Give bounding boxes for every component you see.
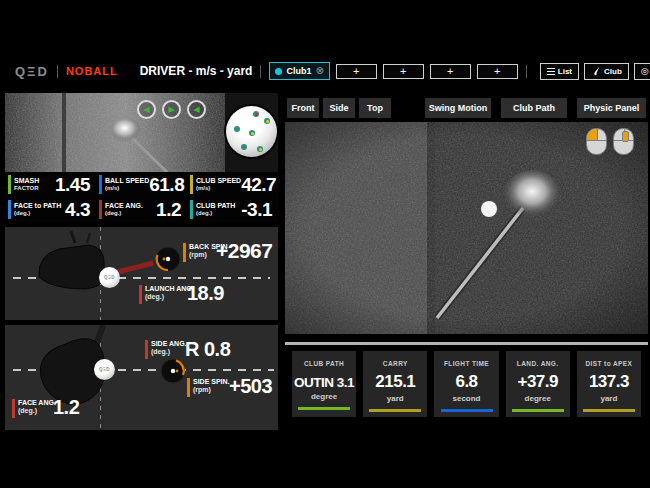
- card-unit: degree: [506, 394, 570, 403]
- side-angle-value: R 0.8: [185, 338, 230, 361]
- impact-stats-grid: SMASHFACTOR 1.45 BALL SPEED(m/s) 61.8 CL…: [5, 172, 278, 222]
- tab-side[interactable]: Side: [323, 98, 355, 118]
- ball-marker-dot: [264, 118, 270, 124]
- swing-video-viewport[interactable]: [285, 122, 648, 334]
- setting-button[interactable]: ◎ Setting: [634, 63, 650, 80]
- card-label: CLUB PATH: [292, 360, 356, 367]
- card-value: 137.3: [577, 372, 641, 392]
- tab-club-path[interactable]: Club Path: [501, 98, 567, 118]
- step-back-button[interactable]: ◀: [137, 100, 156, 119]
- tab-front[interactable]: Front: [287, 98, 319, 118]
- side-spin-value: +503: [229, 375, 272, 398]
- stat-color-bar: [8, 200, 11, 219]
- stat-label: SMASH: [14, 177, 39, 185]
- add-club-tab-button-2[interactable]: +: [383, 64, 424, 79]
- golf-ball: QΞD: [99, 267, 120, 288]
- metric-label: FACE ANG.: [18, 399, 56, 407]
- stat-value: -3.1: [235, 199, 278, 221]
- card-club-path: CLUB PATH OUTIN 3.1 degree: [292, 351, 356, 417]
- metric-unit: (deg.): [151, 348, 187, 356]
- stat-color-bar: [190, 175, 193, 194]
- divider: [57, 65, 58, 78]
- left-click-mouse-icon: [586, 128, 607, 155]
- card-value: +37.9: [506, 372, 570, 392]
- club-button-label: Club: [604, 67, 622, 76]
- replay-controls: ◀ ▶ ◀: [137, 100, 206, 119]
- stat-color-bar: [99, 200, 102, 219]
- impact-panel: ◀ ▶ ◀ SMASHFACTOR 1.45 B: [5, 93, 278, 222]
- stat-label: CLUB PATH: [196, 202, 235, 210]
- stat-label: FACE ANG.: [105, 202, 143, 210]
- metric-color-bar: [145, 340, 148, 359]
- app-window: QΞD NOBALL DRIVER - m/s - yard Club1 ⊗ +…: [0, 0, 650, 488]
- card-unit: degree: [292, 392, 356, 401]
- stat-sublabel: (deg.): [105, 210, 143, 217]
- close-icon[interactable]: ⊗: [315, 66, 323, 76]
- stat-value: 42.7: [241, 174, 278, 196]
- side-spin-label: SIDE SPIN.(rpm): [187, 378, 230, 397]
- stat-color-bar: [190, 200, 193, 219]
- top-bar: QΞD NOBALL DRIVER - m/s - yard Club1 ⊗ +…: [0, 58, 650, 84]
- card-unit: second: [434, 394, 498, 403]
- qed-logo: QΞD: [15, 64, 49, 79]
- tab-top[interactable]: Top: [359, 98, 391, 118]
- add-club-tab-button-3[interactable]: +: [430, 64, 471, 79]
- ball-closeup-view: [225, 93, 278, 172]
- card-label: DIST to APEX: [577, 360, 641, 367]
- stat-sublabel: (m/s): [196, 185, 241, 192]
- back-spin-icon: [155, 246, 181, 272]
- step-forward-button[interactable]: ◀: [187, 100, 206, 119]
- divider: [260, 65, 261, 78]
- back-spin-value: +2967: [216, 239, 272, 263]
- tab-club1[interactable]: Club1 ⊗: [269, 62, 329, 80]
- metric-unit: (rpm): [193, 386, 230, 394]
- side-spin-icon: [160, 358, 186, 384]
- metric-color-bar: [183, 243, 186, 262]
- tab-swing-motion[interactable]: Swing Motion: [425, 98, 491, 118]
- stat-club-speed: CLUB SPEED(m/s) 42.7: [187, 172, 278, 197]
- driver-side-silhouette: [35, 231, 107, 293]
- stat-value: 1.2: [143, 199, 187, 221]
- card-value: 215.1: [363, 372, 427, 392]
- metric-color-bar: [12, 399, 15, 418]
- card-landing-angle: LAND. ANG. +37.9 degree: [506, 351, 570, 417]
- list-button[interactable]: List: [540, 63, 579, 80]
- stat-color-bar: [8, 175, 11, 194]
- card-dist-to-apex: DIST to APEX 137.3 yard: [577, 351, 641, 417]
- stat-value: 4.3: [61, 199, 96, 221]
- noball-status: NOBALL: [66, 65, 118, 77]
- card-color-bar: [298, 407, 350, 410]
- card-value: 6.8: [434, 372, 498, 392]
- club-tab-label: Club1: [286, 66, 311, 76]
- stat-smash-factor: SMASHFACTOR 1.45: [5, 172, 96, 197]
- stat-label: BALL SPEED: [105, 177, 149, 185]
- card-label: CARRY: [363, 360, 427, 367]
- side-view-panel: QΞD BACK SPIN(rpm) +2967 LAUNCH ANG.(deg…: [5, 227, 278, 320]
- list-button-label: List: [558, 67, 572, 76]
- metric-unit: (deg.): [18, 407, 56, 415]
- card-label: LAND. ANG.: [506, 360, 570, 367]
- stat-club-path: CLUB PATH(deg.) -3.1: [187, 197, 278, 222]
- metric-color-bar: [187, 378, 190, 397]
- club-button[interactable]: Club: [584, 63, 629, 80]
- divider: [526, 65, 527, 78]
- tab-physic-panel[interactable]: Physic Panel: [577, 98, 646, 118]
- section-divider: [285, 342, 648, 345]
- metric-label: SIDE SPIN.: [193, 378, 230, 386]
- card-color-bar: [441, 409, 493, 412]
- launch-angle-value: 18.9: [187, 282, 224, 305]
- session-title: DRIVER - m/s - yard: [140, 64, 253, 78]
- top-view-panel: QΞD SIDE ANG.(deg.) R 0.8 SIDE SPIN.(rpm…: [5, 325, 278, 430]
- play-button[interactable]: ▶: [162, 100, 181, 119]
- stat-value: 61.8: [149, 174, 187, 196]
- add-club-tab-button-1[interactable]: +: [336, 64, 377, 79]
- card-color-bar: [512, 409, 564, 412]
- face-angle-value: 1.2: [53, 396, 79, 419]
- ball-marker-dot: [234, 126, 240, 132]
- card-flight-time: FLIGHT TIME 6.8 second: [434, 351, 498, 417]
- add-club-tab-button-4[interactable]: +: [477, 64, 518, 79]
- ball-marker-dot: [241, 144, 247, 150]
- face-angle-label: FACE ANG.(deg.): [12, 399, 56, 418]
- golf-club-icon: [591, 66, 601, 76]
- swing-view-section: Front Side Top Swing Motion Club Path Ph…: [285, 98, 648, 430]
